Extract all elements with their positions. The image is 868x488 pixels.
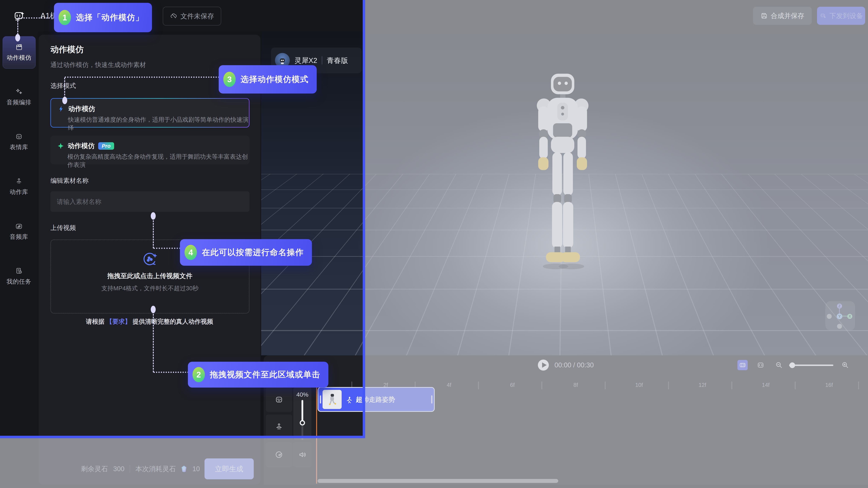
cloud-offline-icon — [170, 12, 178, 20]
clip-thumbnail — [322, 390, 342, 409]
tutorial-step-2: 2 拖拽视频文件至此区域或单击 — [188, 362, 329, 387]
sidebar-item-label: 动作库 — [10, 188, 28, 196]
walking-person-icon — [345, 396, 353, 404]
connector-step3 — [65, 77, 219, 78]
step-number-badge: 3 — [223, 72, 236, 87]
action-track-button[interactable] — [266, 414, 292, 440]
person-icon — [15, 177, 23, 185]
connector-dot — [62, 97, 67, 104]
tutorial-step-3: 3 选择动作模仿模式 — [219, 65, 317, 93]
panel-title: 动作模仿 — [51, 44, 84, 55]
step-number-badge: 1 — [59, 10, 71, 25]
sidebar-item-label: 表情库 — [10, 143, 28, 151]
connector-step4 — [153, 220, 154, 248]
upload-hint: 支持MP4格式，文件时长不超过30秒 — [101, 284, 199, 292]
name-section-label: 编辑素材名称 — [51, 176, 89, 185]
sidebar-item-action-library[interactable]: 动作库 — [3, 171, 35, 203]
file-status-label: 文件未保存 — [181, 12, 214, 21]
step-number-badge: 2 — [192, 367, 205, 382]
step-number-badge: 4 — [185, 245, 197, 260]
music-note-icon — [15, 222, 23, 230]
speed-slider-fill — [302, 400, 303, 421]
upload-title: 拖拽至此或点击上传视频文件 — [107, 271, 192, 280]
sidebar-item-label: 我的任务 — [6, 278, 31, 286]
app-logo-robot-icon[interactable] — [13, 9, 26, 23]
connector-dot — [15, 34, 20, 41]
mode-card-standard[interactable]: 动作模仿 快速模仿普通难度的全身动作，适用于小品戏剧等简单动作的快速演绎 — [51, 98, 249, 127]
robot-name: 灵犀X2 — [294, 56, 317, 65]
step-text: 选择动作模仿模式 — [241, 74, 309, 85]
robot-edition: 青春版 — [327, 56, 348, 65]
connector-step4 — [154, 248, 181, 249]
mode-card-title: 动作模仿 — [68, 141, 95, 150]
connector-step2 — [153, 314, 154, 372]
sidebar-item-my-tasks[interactable]: 我的任务 — [3, 260, 35, 292]
sidebar-item-audio-library[interactable]: 音频库 — [3, 216, 35, 248]
speed-value: 40% — [293, 391, 311, 398]
mode-card-desc: 模仿复杂高精度高动态全身动作复现，适用于舞蹈功夫等丰富表达创作表演 — [67, 153, 249, 169]
clapperboard-icon — [15, 43, 23, 51]
expression-track-button[interactable] — [266, 387, 292, 412]
speed-slider-panel[interactable]: 40% — [293, 387, 311, 440]
robot-face-wink-icon — [15, 133, 23, 141]
connector-step2 — [154, 372, 189, 373]
film-reel-icon — [142, 251, 158, 268]
lightning-icon — [58, 106, 65, 113]
file-status-button[interactable]: 文件未保存 — [163, 7, 221, 26]
step-text: 选择「动作模仿」 — [76, 12, 144, 23]
material-name-input[interactable] — [56, 191, 243, 212]
mode-card-pro[interactable]: 动作模仿 Pro 模仿复杂高精度高动态全身动作复现，适用于舞蹈功夫等丰富表达创作… — [51, 136, 249, 164]
tutorial-step-4: 4 在此可以按需进行命名操作 — [180, 239, 312, 266]
sidebar-item-label: 音频库 — [10, 233, 28, 241]
pro-badge: Pro — [98, 142, 114, 150]
connector-step3 — [64, 78, 65, 98]
tutorial-step-1: 1 选择「动作模仿」 — [54, 3, 152, 32]
note-prefix: 请根据 — [86, 318, 104, 325]
sidebar-item-expression-library[interactable]: 表情库 — [3, 126, 35, 158]
upload-section-label: 上传视频 — [51, 224, 76, 232]
task-clock-icon — [15, 267, 23, 275]
sidebar-item-motion-imitation[interactable]: 动作模仿 — [3, 36, 36, 68]
mode-section-label: 选择模式 — [51, 82, 76, 90]
app-root: A1机 文件未保存 合成并保存 — [0, 0, 868, 488]
sidebar-item-audio-arrange[interactable]: 音频编排 — [3, 81, 35, 113]
requirement-link[interactable]: 【要求】 — [106, 318, 131, 325]
sparkle-icon — [57, 142, 64, 149]
step-text: 在此可以按需进行命名操作 — [202, 247, 304, 258]
speed-slider-knob[interactable] — [300, 420, 305, 426]
upload-requirement-note: 请根据 【要求】 提供清晰完整的真人动作视频 — [38, 317, 260, 326]
dim-overlay-right — [365, 0, 868, 488]
mode-card-title: 动作模仿 — [68, 104, 95, 113]
connector-step1 — [17, 18, 18, 35]
mode-card-desc: 快速模仿普通难度的全身动作，适用于小品戏剧等简单动作的快速演绎 — [68, 116, 249, 132]
connector-dot — [151, 212, 156, 220]
dim-overlay-bottom — [0, 438, 365, 488]
step-text: 拖拽视频文件至此区域或单击 — [210, 369, 320, 380]
clip-left-handle[interactable] — [320, 395, 321, 403]
sidebar: 动作模仿 音频编排 表情库 动作库 音频库 — [0, 31, 38, 488]
sidebar-item-label: 音频编排 — [6, 98, 31, 107]
note-suffix: 提供清晰完整的真人动作视频 — [133, 318, 213, 325]
connector-dot — [151, 306, 156, 313]
sidebar-item-label: 动作模仿 — [7, 54, 31, 62]
material-name-field — [51, 191, 249, 212]
sparkles-icon — [15, 88, 23, 96]
divider — [322, 56, 322, 64]
panel-subtitle: 通过动作模仿，快速生成动作素材 — [51, 61, 146, 69]
